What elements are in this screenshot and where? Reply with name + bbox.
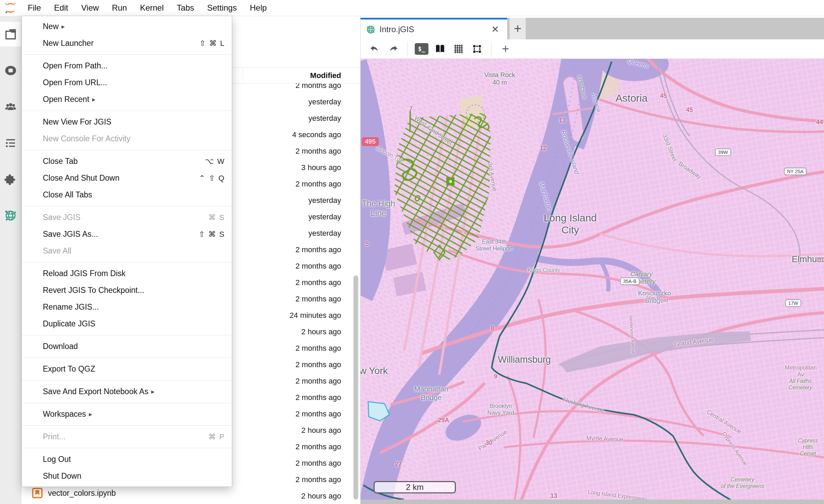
undo-button[interactable] [367,41,383,57]
sidebar-item-extensions[interactable] [0,167,21,192]
jgis-globe-icon [366,25,375,34]
menu-item-label: New View For JGIS [43,117,111,127]
menu-item[interactable]: New Console For Activity [22,130,232,147]
menu-item[interactable]: Workspaces ▸ [22,406,232,423]
menu-item[interactable]: Print... ⌘ P [22,428,232,445]
modified-timestamp: yesterday [309,229,341,238]
menu-bar: FileEditViewRunKernelTabsSettingsHelp [0,0,824,16]
menu-item[interactable]: Save JGIS As... ⇧ ⌘ S [22,226,232,243]
menu-item-label: Log Out [43,455,71,464]
submenu-arrow-icon: ▸ [59,23,65,30]
menu-item-shortcut: ⌘ S [208,213,225,222]
map-canvas[interactable]: AstoriaLong Island CityWilliamsburgManha… [361,59,824,500]
route-ref: 30 [486,439,492,447]
menu-item[interactable]: Save And Export Notebook As ▸ [22,383,232,400]
tab-title: Intro.jGIS [379,25,484,34]
new-tab-button[interactable]: + [510,18,526,39]
left-sidebar [0,16,21,504]
menu-item[interactable]: Close Tab ⌥ W [22,153,232,170]
running-icon [4,64,17,77]
modified-timestamp: 3 hours ago [301,163,341,172]
sidebar-item-files[interactable] [0,22,21,47]
add-layer-button[interactable]: + [498,41,513,57]
route-ref: 12 [540,145,547,152]
console-button[interactable]: $_ [414,41,429,57]
grid-button[interactable] [451,41,466,57]
map-label: Metropolitan Av [785,364,817,378]
file-name: vector_colors.ipynb [48,489,116,498]
menu-item[interactable]: Log Out [22,451,232,468]
file-item-vector-colors[interactable]: vector_colors.ipynb [32,485,116,501]
modified-timestamp: 2 months ago [296,245,341,254]
file-browser-scrollbar[interactable] [353,275,358,500]
menu-item-label: Workspaces [43,410,86,419]
dock-panel: Intro.jGIS ✕ + $_ + [360,16,824,504]
modified-timestamp: yesterday [309,114,341,123]
redo-button[interactable] [385,41,401,57]
menubar-item-label: View [81,3,99,13]
menu-item[interactable]: Open Recent ▸ [22,91,232,108]
menubar-item[interactable]: Edit [48,0,75,16]
transform-icon [472,43,483,54]
modified-timestamp: 2 months ago [296,147,341,156]
route-ref: 27 [395,461,402,468]
menu-item[interactable]: Rename JGIS... [22,299,232,315]
map-label: Astoria [615,92,647,104]
menubar-item[interactable]: Tabs [170,0,201,16]
identify-button[interactable] [432,41,448,57]
book-icon [435,43,446,54]
menubar-item[interactable]: File [21,0,48,16]
menu-item-shortcut: ⌥ W [205,157,225,166]
sidebar-item-collaboration[interactable] [0,94,21,119]
menubar-item[interactable]: Settings [201,0,244,16]
map-label: Myrtle Avenue [586,435,623,443]
map-label: Williamsburg [498,354,551,365]
menu-item[interactable]: New Launcher ⇧ ⌘ L [22,35,232,52]
map-label: All Faiths Cemetery [788,378,812,391]
menubar-item[interactable]: View [75,0,105,16]
menu-item[interactable]: Open From Path... [22,57,232,74]
close-icon[interactable]: ✕ [488,24,502,35]
scale-label: 2 km [406,482,424,492]
sidebar-item-jupytergis[interactable] [0,203,21,228]
menu-item[interactable]: Close All Tabs [22,186,232,203]
menubar-item[interactable]: Help [243,0,273,16]
map-label: Vista Rock 40 m [484,71,515,87]
menu-item[interactable]: Duplicate JGIS [22,315,232,332]
modified-timestamp: 2 hours ago [301,327,341,336]
menubar-items: FileEditViewRunKernelTabsSettingsHelp [21,0,273,16]
modified-timestamp: 2 months ago [296,360,341,369]
menu-item-label: Save All [43,246,71,256]
toolbar-separator [491,41,491,56]
menu-item-label: Reload JGIS From Disk [43,269,126,278]
menu-item[interactable]: Export To QGZ [22,361,232,377]
menu-item[interactable]: Download [22,338,232,355]
menu-item-label: Close Tab [43,157,78,166]
route-ref: 29A [438,417,449,424]
jupytergis-icon [4,209,17,222]
menubar-item[interactable]: Kernel [134,0,170,16]
menu-item[interactable]: Save JGIS ⌘ S [22,209,232,226]
sidebar-item-table-of-contents[interactable] [0,131,21,155]
transform-button[interactable] [469,41,485,57]
menu-item[interactable]: Shut Down [22,468,232,484]
tab-intro-jgis[interactable]: Intro.jGIS ✕ [361,18,507,39]
menubar-item[interactable]: Run [105,0,134,16]
menu-item-shortcut: ⇧ ⌘ L [199,39,225,48]
map-label: Brooklyn Navy Yard [487,403,514,416]
modified-timestamp: 2 months ago [296,344,341,353]
route-ref: 10 [818,257,824,264]
menu-item[interactable]: Save All [22,243,232,259]
menu-item-label: New [43,22,59,31]
menu-item[interactable]: Revert JGIS To Checkpoint... [22,282,232,299]
menu-item[interactable]: New View For JGIS [22,114,232,130]
menu-item[interactable]: Reload JGIS From Disk [22,265,232,282]
extensions-icon [4,173,17,186]
jupyter-logo[interactable] [0,0,21,16]
sidebar-item-running[interactable] [0,58,21,83]
menu-item[interactable]: Open From URL... [22,74,232,91]
menu-item[interactable]: New ▸ [22,18,232,35]
submenu-arrow-icon: ▸ [148,388,154,396]
menu-item[interactable]: Close And Shut Down ⌃ ⇧ Q [22,170,232,186]
route-ref: 13 [550,492,557,500]
